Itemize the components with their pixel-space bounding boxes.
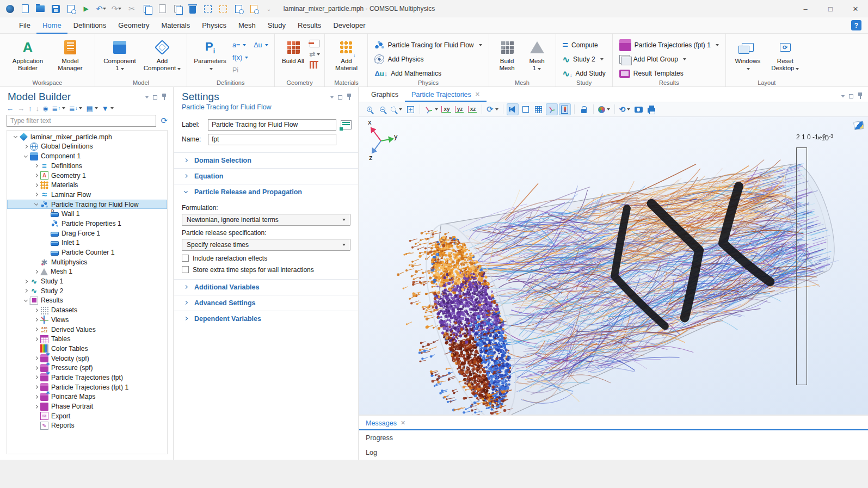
- rotate-icon[interactable]: ⟳: [485, 103, 500, 115]
- menu-physics[interactable]: Physics: [196, 17, 232, 34]
- menu-developer[interactable]: Developer: [327, 17, 371, 34]
- view-yz-icon[interactable]: yz: [453, 103, 465, 115]
- build-mesh-button[interactable]: Build Mesh: [494, 36, 521, 72]
- expander-icon[interactable]: [32, 357, 40, 360]
- section-additional-variables[interactable]: Additional Variables: [174, 279, 358, 295]
- lock-camera-icon[interactable]: [578, 103, 590, 115]
- tree-item-wall-1[interactable]: Wall 1: [7, 209, 167, 219]
- rarefaction-checkbox[interactable]: [182, 255, 189, 262]
- tab-particle-trajectories[interactable]: Particle Trajectories✕: [405, 87, 487, 102]
- float-panel-icon[interactable]: [338, 95, 342, 100]
- show-grid-icon[interactable]: [533, 103, 545, 115]
- reset-desktop-button[interactable]: ⟳ Reset Desktop: [767, 36, 803, 72]
- section-dependent-variables[interactable]: Dependent Variables: [174, 311, 358, 326]
- tab-progress[interactable]: Progress: [359, 430, 868, 445]
- expander-icon[interactable]: [32, 328, 40, 331]
- tree-item-multiphysics[interactable]: Multiphysics: [7, 257, 167, 267]
- add-study-button[interactable]: ∿↓ Add Study: [561, 67, 608, 80]
- add-mathematics-button[interactable]: Δu↓ Add Mathematics: [372, 67, 484, 80]
- tree-item-tables[interactable]: Tables: [7, 334, 167, 344]
- menu-definitions[interactable]: Definitions: [67, 17, 113, 34]
- pin-panel-icon[interactable]: [347, 94, 352, 101]
- show-icon[interactable]: ◉: [43, 105, 48, 112]
- model-manager-button[interactable]: Model Manager: [50, 36, 90, 72]
- expander-icon[interactable]: [32, 309, 40, 312]
- tree-item-global-definitions[interactable]: Global Definitions: [7, 142, 167, 152]
- expander-icon[interactable]: [22, 300, 29, 301]
- graphics-viewport[interactable]: ×10-3 2 1 0 -1 -2: [359, 117, 868, 415]
- cut-button[interactable]: ✂: [125, 2, 138, 15]
- delete-button[interactable]: [186, 2, 199, 15]
- tree-item-particle-trajectories-fpt[interactable]: Particle Trajectories (fpt): [7, 373, 167, 382]
- virtual-operations-button[interactable]: ⇄: [310, 50, 321, 58]
- collapse-all-icon[interactable]: ≣↓: [69, 104, 82, 113]
- menu-home[interactable]: Home: [36, 17, 67, 34]
- tree-item-reports[interactable]: Reports: [7, 421, 167, 431]
- add-plot-group-button[interactable]: Add Plot Group: [617, 53, 721, 66]
- tree-item-particle-trajectories-fpt-1[interactable]: Particle Trajectories (fpt) 1: [7, 382, 167, 392]
- zoom-extents-icon[interactable]: [404, 103, 416, 115]
- expander-icon[interactable]: [22, 156, 29, 157]
- section-domain-selection[interactable]: Domain Selection: [174, 152, 358, 168]
- zoom-in-icon[interactable]: +: [364, 103, 375, 115]
- expander-icon[interactable]: [22, 289, 29, 292]
- tree-item-color-tables[interactable]: Color Tables: [7, 344, 167, 354]
- partition-icon[interactable]: [310, 61, 318, 69]
- tab-messages[interactable]: Messages✕: [359, 416, 868, 430]
- functions-button[interactable]: f(x): [231, 52, 270, 63]
- undo-button[interactable]: ↶: [95, 2, 108, 15]
- component-1-button[interactable]: Component 1: [100, 36, 140, 72]
- expander-icon[interactable]: [32, 367, 40, 369]
- select-box-button[interactable]: [201, 2, 214, 15]
- minimize-button[interactable]: –: [793, 0, 818, 17]
- expander-icon[interactable]: [32, 270, 40, 273]
- expander-icon[interactable]: [32, 376, 40, 379]
- tree-item-results[interactable]: Results: [7, 296, 167, 306]
- panel-menu-icon[interactable]: [330, 96, 334, 98]
- tree-item-component-1[interactable]: Component 1: [7, 151, 167, 161]
- copy-button[interactable]: [140, 2, 153, 15]
- customize-toolbar-button[interactable]: ⌄: [262, 2, 275, 15]
- mesh-1-button[interactable]: Mesh 1: [523, 36, 551, 72]
- print-icon[interactable]: [645, 103, 657, 115]
- filter-icon[interactable]: ▼: [102, 104, 114, 113]
- duplicate-button[interactable]: [171, 2, 184, 15]
- tree-item-derived-values[interactable]: Derived Values: [7, 325, 167, 335]
- add-material-button[interactable]: ↓ Add Material: [329, 36, 363, 72]
- color-legend-icon[interactable]: [559, 103, 571, 115]
- appearance-icon[interactable]: [597, 103, 611, 115]
- expander-icon[interactable]: [11, 136, 19, 138]
- menu-file[interactable]: File: [13, 17, 36, 34]
- plot-thumbnail-icon[interactable]: [853, 121, 864, 130]
- tree-item-particle-tracing-for-fluid-flow[interactable]: Particle Tracing for Fluid Flow: [7, 200, 167, 209]
- environment-reflections-icon[interactable]: [520, 103, 532, 115]
- menu-mesh[interactable]: Mesh: [232, 17, 262, 34]
- image-snapshot-icon[interactable]: [632, 103, 644, 115]
- particle-trajectories-plot[interactable]: [359, 117, 868, 415]
- model-tree-nodes-icon[interactable]: ▤: [86, 104, 97, 113]
- expander-icon[interactable]: [32, 338, 40, 341]
- compute-button[interactable]: = Compute: [561, 39, 608, 52]
- paste-button[interactable]: [156, 2, 169, 15]
- view-xy-icon[interactable]: xy: [440, 103, 452, 115]
- panel-menu-icon[interactable]: [145, 96, 149, 98]
- tree-item-definitions[interactable]: Definitions: [7, 161, 167, 171]
- menu-materials[interactable]: Materials: [155, 17, 196, 34]
- add-physics-button[interactable]: Add Physics: [372, 53, 484, 66]
- save-button[interactable]: [49, 2, 62, 15]
- clear-selection-button[interactable]: [217, 2, 230, 15]
- new-file-button[interactable]: [19, 2, 32, 15]
- section-advanced-settings[interactable]: Advanced Settings: [174, 295, 358, 311]
- result-templates-button[interactable]: Result Templates: [617, 67, 721, 80]
- extra-time-steps-checkbox[interactable]: [182, 266, 189, 273]
- expander-icon[interactable]: [32, 396, 40, 398]
- parameters-button[interactable]: Pi Parameters: [192, 36, 229, 72]
- plot-group-dropdown[interactable]: Particle Trajectories (fpt) 1: [617, 39, 721, 52]
- section-equation[interactable]: Equation: [174, 168, 358, 184]
- tree-item-laminar-flow[interactable]: Laminar Flow: [7, 190, 167, 200]
- find-results-button[interactable]: [247, 2, 260, 15]
- go-to-view-icon[interactable]: [423, 103, 439, 115]
- tab-log[interactable]: Log: [359, 445, 868, 460]
- tree-item-datasets[interactable]: Datasets: [7, 305, 167, 315]
- study-2-dropdown[interactable]: ∿ Study 2: [561, 53, 608, 66]
